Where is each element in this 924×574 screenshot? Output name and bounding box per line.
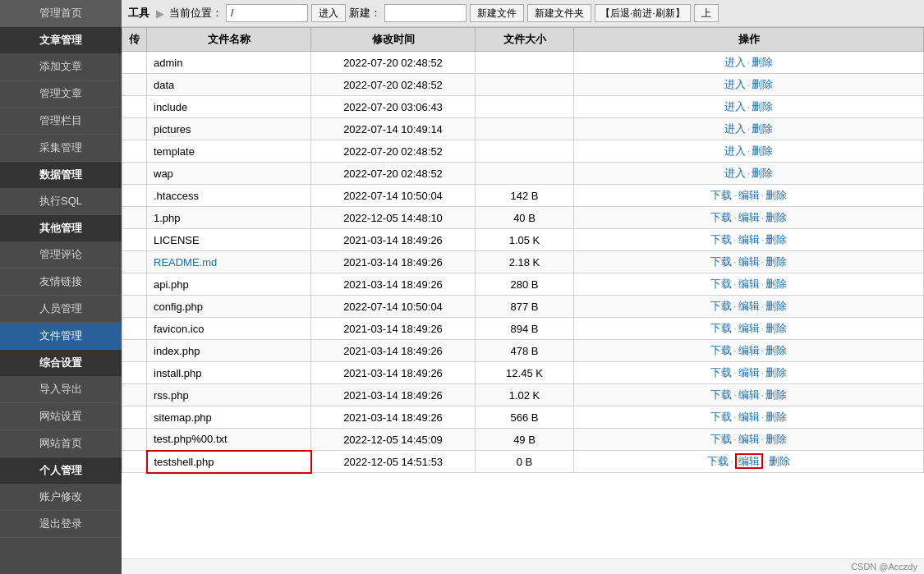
action-sep1: ·	[733, 255, 737, 268]
folder-link[interactable]: pictures	[154, 123, 191, 135]
action-sep: ·	[747, 167, 751, 179]
cell-transfer	[122, 429, 147, 451]
sidebar-account-edit[interactable]: 账户修改	[0, 484, 122, 511]
new-file-button[interactable]: 新建文件	[470, 4, 524, 22]
action-delete[interactable]: 删除	[752, 167, 773, 179]
action-enter[interactable]: 进入	[724, 78, 746, 90]
enter-button[interactable]: 进入	[311, 4, 346, 22]
sidebar-manage-comment[interactable]: 管理评论	[0, 241, 122, 269]
action-delete[interactable]: 删除	[752, 145, 773, 157]
action-edit[interactable]: 编辑	[738, 189, 760, 201]
sidebar-import-export[interactable]: 导入导出	[0, 376, 122, 403]
action-delete[interactable]: 删除	[752, 122, 773, 135]
file-link[interactable]: README.md	[154, 256, 217, 269]
action-delete[interactable]: 删除	[765, 211, 787, 223]
action-delete[interactable]: 删除	[769, 455, 790, 467]
cell-size: 49 B	[476, 429, 574, 451]
action-edit[interactable]: 编辑	[738, 388, 760, 401]
cell-time: 2021-03-14 18:49:26	[311, 318, 476, 340]
sidebar-site-home[interactable]: 网站首页	[0, 430, 122, 457]
up-button[interactable]: 上	[694, 4, 719, 22]
folder-link[interactable]: data	[154, 79, 174, 91]
folder-link[interactable]: include	[154, 101, 187, 113]
action-delete[interactable]: 删除	[765, 366, 787, 379]
action-download[interactable]: 下载	[710, 278, 732, 290]
sidebar-file-manage[interactable]: 文件管理	[0, 323, 122, 350]
cell-transfer	[122, 185, 147, 207]
action-edit[interactable]: 编辑	[738, 322, 760, 334]
action-delete[interactable]: 删除	[765, 344, 787, 356]
folder-link[interactable]: template	[154, 145, 195, 158]
sidebar: 管理首页 文章管理 添加文章 管理文章 管理栏目 采集管理 数据管理 执行SQL…	[0, 0, 122, 574]
action-download[interactable]: 下载	[710, 189, 732, 201]
cell-action: 下载·编辑·删除	[574, 207, 924, 229]
action-delete[interactable]: 删除	[765, 411, 787, 423]
location-input[interactable]	[226, 4, 308, 22]
action-enter[interactable]: 进入	[724, 56, 746, 68]
folder-link[interactable]: admin	[154, 57, 182, 69]
action-delete[interactable]: 删除	[765, 300, 787, 312]
action-delete[interactable]: 删除	[765, 278, 787, 290]
action-download[interactable]: 下载	[707, 455, 729, 467]
sidebar-site-settings[interactable]: 网站设置	[0, 403, 122, 430]
new-folder-button[interactable]: 新建文件夹	[527, 4, 591, 22]
action-download[interactable]: 下载	[710, 300, 732, 312]
action-delete[interactable]: 删除	[752, 78, 773, 90]
action-delete[interactable]: 删除	[765, 233, 787, 246]
action-edit[interactable]: 编辑	[735, 453, 763, 469]
table-row: rss.php2021-03-14 18:49:261.02 K下载·编辑·删除	[122, 384, 924, 406]
action-download[interactable]: 下载	[710, 322, 732, 334]
action-delete[interactable]: 删除	[765, 433, 787, 445]
nav-button[interactable]: 【后退·前进·刷新】	[595, 4, 691, 22]
action-delete[interactable]: 删除	[765, 255, 787, 268]
action-edit[interactable]: 编辑	[738, 366, 760, 379]
sidebar-manage-column[interactable]: 管理栏目	[0, 108, 122, 135]
action-download[interactable]: 下载	[710, 366, 732, 379]
cell-action: 进入·删除	[574, 52, 924, 74]
action-delete[interactable]: 删除	[752, 100, 773, 113]
action-edit[interactable]: 编辑	[738, 255, 760, 268]
sidebar-user-manage[interactable]: 人员管理	[0, 296, 122, 323]
cell-transfer	[122, 406, 147, 429]
sidebar-friendlink[interactable]: 友情链接	[0, 269, 122, 296]
action-enter[interactable]: 进入	[724, 100, 746, 113]
action-delete[interactable]: 删除	[752, 56, 773, 68]
action-edit[interactable]: 编辑	[738, 233, 760, 246]
action-edit[interactable]: 编辑	[738, 411, 760, 423]
cell-transfer	[122, 207, 147, 229]
sidebar-home[interactable]: 管理首页	[0, 0, 122, 27]
table-row: LICENSE2021-03-14 18:49:261.05 K下载·编辑·删除	[122, 229, 924, 251]
action-edit[interactable]: 编辑	[738, 211, 760, 223]
action-edit[interactable]: 编辑	[738, 433, 760, 445]
sidebar-logout[interactable]: 退出登录	[0, 511, 122, 538]
sidebar-collect[interactable]: 采集管理	[0, 135, 122, 162]
action-delete[interactable]: 删除	[765, 388, 787, 401]
action-enter[interactable]: 进入	[724, 167, 746, 179]
action-enter[interactable]: 进入	[724, 145, 746, 157]
cell-filename: index.php	[147, 340, 311, 362]
action-download[interactable]: 下载	[710, 211, 732, 223]
cell-size	[476, 118, 574, 140]
action-delete[interactable]: 删除	[765, 189, 787, 201]
cell-time: 2022-07-20 03:06:43	[311, 96, 476, 118]
action-edit[interactable]: 编辑	[738, 344, 760, 356]
action-download[interactable]: 下载	[710, 344, 732, 356]
action-enter[interactable]: 进入	[724, 122, 746, 135]
folder-link[interactable]: wap	[154, 168, 173, 180]
action-edit[interactable]: 编辑	[738, 278, 760, 290]
table-row: README.md2021-03-14 18:49:262.18 K下载·编辑·…	[122, 251, 924, 273]
action-download[interactable]: 下载	[710, 411, 732, 423]
action-download[interactable]: 下载	[710, 233, 732, 246]
sidebar-manage-article[interactable]: 管理文章	[0, 80, 122, 108]
cell-filename: api.php	[147, 273, 311, 296]
action-download[interactable]: 下载	[710, 255, 732, 268]
cell-action: 下载·编辑·删除	[574, 340, 924, 362]
cell-action: 下载·编辑·删除	[574, 451, 924, 473]
new-name-input[interactable]	[384, 4, 467, 22]
action-download[interactable]: 下载	[710, 388, 732, 401]
action-download[interactable]: 下载	[710, 433, 732, 445]
action-delete[interactable]: 删除	[765, 322, 787, 334]
sidebar-add-article[interactable]: 添加文章	[0, 53, 122, 80]
action-edit[interactable]: 编辑	[738, 300, 760, 312]
sidebar-execute-sql[interactable]: 执行SQL	[0, 188, 122, 215]
